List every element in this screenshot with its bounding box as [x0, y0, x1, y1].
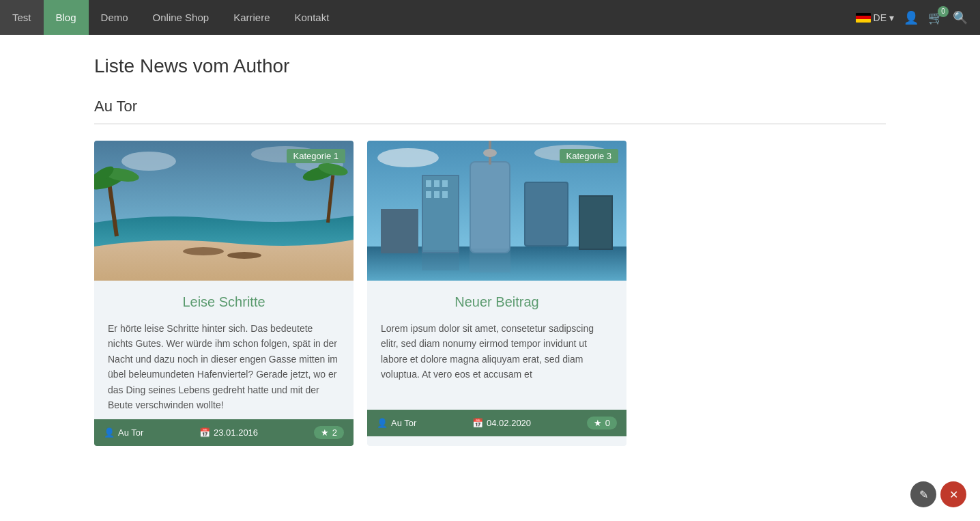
svg-rect-18: [423, 176, 458, 252]
calendar-icon: 📅: [199, 427, 210, 438]
card-footer-author: 👤 Au Tor: [104, 427, 143, 438]
cart-badge: 0: [938, 6, 949, 17]
card-text: Er hörte leise Schritte hinter sich. Das…: [108, 321, 340, 412]
card-0[interactable]: Kategorie 1 Leise Schritte Er hörte leis…: [94, 141, 354, 446]
svg-rect-24: [442, 191, 448, 198]
card-footer: 👤 Au Tor 📅 04.02.2020 ★ 0: [367, 410, 626, 436]
card-footer-date: 📅 04.02.2020: [472, 418, 531, 428]
svg-point-12: [227, 252, 261, 259]
card-footer-date: 📅 23.01.2016: [199, 427, 258, 438]
card-title: Neuer Beitrag: [381, 294, 613, 310]
svg-point-14: [377, 148, 439, 167]
calendar-icon: 📅: [472, 418, 483, 428]
nav-right: DE ▾ 👤 🛒 0 🔍: [856, 10, 980, 25]
card-footer: 👤 Au Tor 📅 23.01.2016 ★ 2: [94, 419, 354, 446]
svg-rect-28: [525, 183, 567, 245]
search-icon[interactable]: 🔍: [953, 10, 968, 25]
date-value: 23.01.2016: [214, 427, 258, 438]
card-footer-rating: ★ 0: [587, 417, 617, 430]
star-icon: ★: [594, 418, 602, 428]
author-name: Au Tor: [118, 427, 143, 438]
svg-rect-31: [381, 209, 418, 253]
rating-value: 2: [332, 427, 337, 438]
nav-links: TestBlogDemoOnline ShopKarriereKontakt: [0, 0, 856, 35]
svg-rect-20: [434, 180, 439, 187]
svg-rect-21: [442, 180, 448, 187]
svg-rect-30: [580, 197, 611, 249]
nav-item-karriere[interactable]: Karriere: [221, 0, 282, 35]
nav-item-online-shop[interactable]: Online Shop: [141, 0, 222, 35]
card-category-badge: Kategorie 3: [560, 149, 619, 163]
language-selector[interactable]: DE ▾: [856, 12, 894, 23]
svg-point-1: [121, 152, 176, 171]
svg-rect-23: [434, 191, 439, 198]
svg-rect-35: [470, 249, 510, 272]
svg-rect-19: [426, 180, 431, 187]
card-body: Leise Schritte Er hörte leise Schritte h…: [94, 281, 354, 419]
svg-point-11: [183, 247, 224, 255]
card-title: Leise Schritte: [108, 294, 340, 310]
divider: [94, 124, 886, 124]
main-nav: TestBlogDemoOnline ShopKarriereKontakt D…: [0, 0, 980, 35]
page-content: Liste News vom Author Au Tor: [81, 35, 899, 466]
author-icon: 👤: [377, 418, 388, 428]
card-footer-rating: ★ 2: [314, 426, 344, 439]
language-label: DE: [874, 12, 887, 23]
svg-point-33: [483, 149, 497, 157]
card-footer-author: 👤 Au Tor: [377, 418, 416, 428]
nav-item-kontakt[interactable]: Kontakt: [282, 0, 341, 35]
author-heading: Au Tor: [94, 98, 886, 115]
author-name: Au Tor: [391, 418, 416, 428]
card-body: Neuer Beitrag Lorem ipsum dolor sit amet…: [367, 281, 626, 410]
card-category-badge: Kategorie 1: [287, 149, 346, 163]
date-value: 04.02.2020: [487, 418, 531, 428]
cards-grid: Kategorie 1 Leise Schritte Er hörte leis…: [94, 141, 886, 446]
svg-rect-22: [426, 191, 431, 198]
card-image-wrap: Kategorie 3: [367, 141, 626, 281]
language-chevron: ▾: [889, 12, 894, 23]
user-icon[interactable]: 👤: [904, 10, 919, 25]
svg-rect-26: [471, 163, 509, 252]
card-1[interactable]: Kategorie 3 Neuer Beitrag Lorem ipsum do…: [367, 141, 626, 446]
svg-rect-34: [422, 250, 459, 270]
flag-icon: [856, 13, 871, 23]
nav-item-blog[interactable]: Blog: [44, 0, 89, 35]
page-title: Liste News vom Author: [94, 55, 886, 77]
cart-icon[interactable]: 🛒 0: [928, 10, 943, 25]
nav-item-test[interactable]: Test: [0, 0, 44, 35]
star-icon: ★: [321, 427, 329, 438]
card-image-wrap: Kategorie 1: [94, 141, 354, 281]
card-text: Lorem ipsum dolor sit amet, consetetur s…: [381, 321, 613, 403]
author-icon: 👤: [104, 427, 115, 438]
rating-value: 0: [605, 418, 610, 428]
nav-item-demo[interactable]: Demo: [89, 0, 141, 35]
